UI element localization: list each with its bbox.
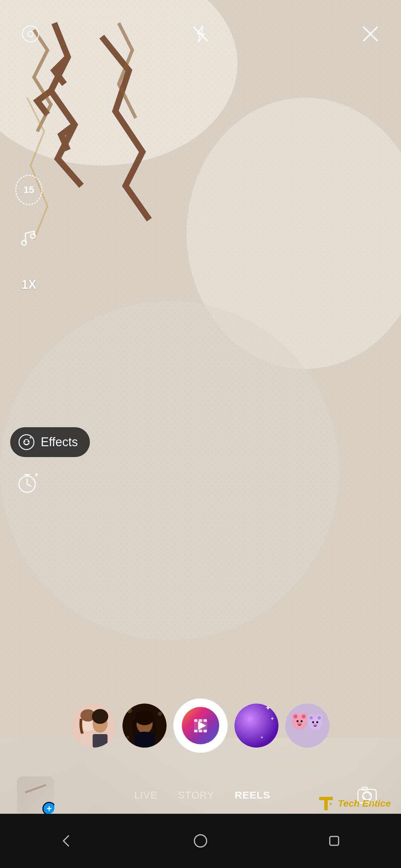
android-navigation-bar [0,814,401,868]
left-controls: 15 1X [15,176,42,298]
svg-point-13 [31,234,35,238]
svg-point-14 [19,435,34,450]
tab-live[interactable]: LIVE [134,789,157,801]
gallery-plus-icon: + [42,802,54,814]
svg-point-60 [316,721,318,723]
effect-item-2[interactable] [122,704,167,748]
reels-icon [191,716,210,735]
close-button[interactable] [357,20,384,47]
svg-rect-40 [204,730,207,732]
svg-point-27 [127,708,132,713]
watermark-text: Tech Entice [338,798,391,809]
effects-label: Effects [41,435,78,449]
record-button[interactable] [173,698,228,753]
watermark-logo [318,795,335,812]
effects-button[interactable]: Effects [10,427,90,457]
svg-rect-37 [204,719,207,722]
svg-point-52 [301,720,303,722]
svg-point-57 [309,716,313,719]
svg-text:✦: ✦ [270,716,274,722]
countdown-button[interactable] [15,471,39,496]
camera-viewfinder [0,0,401,738]
android-recents-button[interactable] [322,829,346,853]
svg-rect-35 [194,719,197,722]
svg-point-29 [126,736,129,739]
svg-text:✦: ✦ [265,704,271,712]
svg-point-41 [234,704,279,748]
tab-story[interactable]: STORY [178,789,214,801]
timer-15-button[interactable]: 15 [15,176,42,203]
svg-rect-25 [93,734,108,748]
timer-value: 15 [23,184,34,195]
svg-point-23 [92,709,108,724]
speed-button[interactable]: 1X [15,271,42,298]
effect-item-purple[interactable]: ✦ ✦ ✦ [234,704,279,748]
effect-item-bears[interactable] [285,704,329,748]
svg-point-28 [158,712,162,716]
svg-rect-72 [330,836,339,845]
effects-icon [18,433,35,451]
svg-rect-36 [199,719,202,722]
svg-rect-4 [0,0,401,738]
svg-point-50 [302,714,306,718]
tab-reels[interactable]: REELS [235,789,270,801]
svg-point-12 [22,240,26,245]
svg-point-16 [24,441,25,442]
music-button[interactable] [15,224,42,251]
flash-off-button[interactable] [187,20,214,47]
mode-tabs: LIVE STORY REELS [134,789,270,801]
svg-rect-70 [330,803,331,805]
speed-value: 1X [21,278,36,292]
svg-point-7 [22,26,39,42]
svg-point-71 [194,835,207,847]
effect-item-1[interactable] [72,704,116,748]
svg-rect-68 [319,797,333,800]
svg-point-51 [297,720,299,722]
svg-text:✦: ✦ [260,735,264,740]
svg-point-33 [134,732,155,740]
watermark: Tech Entice [318,795,391,812]
svg-point-58 [318,716,321,719]
gallery-button[interactable]: + [17,776,54,814]
svg-rect-39 [199,730,202,732]
svg-rect-45 [285,704,329,748]
svg-point-8 [28,31,33,37]
android-back-button[interactable] [55,829,79,853]
svg-rect-64 [362,787,367,790]
effects-strip: ✦ ✦ ✦ [0,698,401,753]
svg-rect-38 [194,730,197,732]
svg-point-49 [293,714,298,718]
svg-point-31 [135,710,154,725]
android-home-button[interactable] [189,829,212,853]
svg-point-59 [312,721,314,723]
svg-point-17 [27,441,29,442]
settings-button[interactable] [17,20,44,47]
top-controls [0,20,401,47]
